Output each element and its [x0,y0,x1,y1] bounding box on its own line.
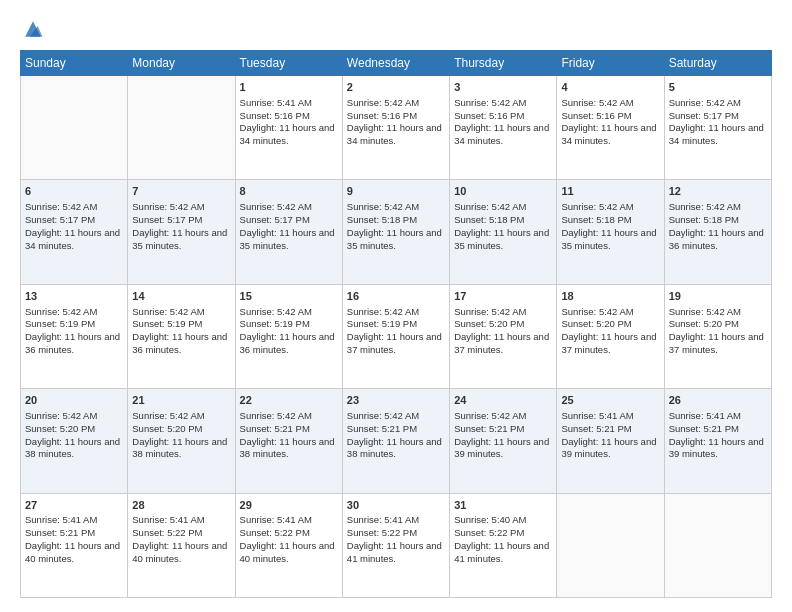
day-info: Sunset: 5:21 PM [669,423,767,436]
logo-icon [22,18,44,40]
day-info: Daylight: 11 hours and 34 minutes. [454,122,552,148]
day-number: 7 [132,184,230,199]
header-thursday: Thursday [450,51,557,76]
calendar-week-row: 13Sunrise: 5:42 AMSunset: 5:19 PMDayligh… [21,284,772,388]
day-number: 17 [454,289,552,304]
day-info: Daylight: 11 hours and 36 minutes. [669,227,767,253]
day-info: Daylight: 11 hours and 35 minutes. [132,227,230,253]
day-info: Daylight: 11 hours and 39 minutes. [454,436,552,462]
day-number: 24 [454,393,552,408]
calendar-cell: 21Sunrise: 5:42 AMSunset: 5:20 PMDayligh… [128,389,235,493]
day-info: Daylight: 11 hours and 41 minutes. [454,540,552,566]
day-info: Sunrise: 5:41 AM [25,514,123,527]
day-info: Daylight: 11 hours and 38 minutes. [132,436,230,462]
day-number: 25 [561,393,659,408]
day-number: 2 [347,80,445,95]
day-info: Sunset: 5:17 PM [240,214,338,227]
day-info: Sunrise: 5:42 AM [132,306,230,319]
calendar-cell: 20Sunrise: 5:42 AMSunset: 5:20 PMDayligh… [21,389,128,493]
day-info: Sunset: 5:18 PM [669,214,767,227]
day-info: Sunset: 5:16 PM [240,110,338,123]
day-info: Sunset: 5:19 PM [25,318,123,331]
day-info: Daylight: 11 hours and 36 minutes. [132,331,230,357]
calendar-cell: 28Sunrise: 5:41 AMSunset: 5:22 PMDayligh… [128,493,235,597]
header-friday: Friday [557,51,664,76]
day-info: Daylight: 11 hours and 34 minutes. [25,227,123,253]
day-info: Sunset: 5:22 PM [132,527,230,540]
day-info: Daylight: 11 hours and 38 minutes. [347,436,445,462]
day-info: Sunset: 5:21 PM [25,527,123,540]
day-info: Sunrise: 5:41 AM [132,514,230,527]
day-info: Sunset: 5:18 PM [561,214,659,227]
logo [20,18,50,40]
day-info: Sunset: 5:18 PM [347,214,445,227]
day-info: Sunset: 5:17 PM [132,214,230,227]
calendar-week-row: 27Sunrise: 5:41 AMSunset: 5:21 PMDayligh… [21,493,772,597]
day-info: Sunrise: 5:42 AM [669,201,767,214]
day-info: Sunrise: 5:42 AM [561,97,659,110]
day-info: Sunset: 5:21 PM [454,423,552,436]
weekday-header-row: Sunday Monday Tuesday Wednesday Thursday… [21,51,772,76]
day-number: 29 [240,498,338,513]
day-number: 15 [240,289,338,304]
day-info: Daylight: 11 hours and 37 minutes. [561,331,659,357]
day-info: Sunset: 5:17 PM [25,214,123,227]
calendar-cell: 9Sunrise: 5:42 AMSunset: 5:18 PMDaylight… [342,180,449,284]
day-number: 22 [240,393,338,408]
day-info: Sunset: 5:19 PM [132,318,230,331]
day-info: Daylight: 11 hours and 40 minutes. [240,540,338,566]
day-info: Daylight: 11 hours and 38 minutes. [240,436,338,462]
day-number: 6 [25,184,123,199]
day-info: Sunrise: 5:42 AM [669,306,767,319]
day-number: 18 [561,289,659,304]
calendar-cell [128,76,235,180]
day-number: 19 [669,289,767,304]
calendar-week-row: 20Sunrise: 5:42 AMSunset: 5:20 PMDayligh… [21,389,772,493]
day-info: Sunset: 5:20 PM [454,318,552,331]
day-info: Sunrise: 5:42 AM [25,410,123,423]
page: Sunday Monday Tuesday Wednesday Thursday… [0,0,792,612]
calendar-table: Sunday Monday Tuesday Wednesday Thursday… [20,50,772,598]
calendar-week-row: 1Sunrise: 5:41 AMSunset: 5:16 PMDaylight… [21,76,772,180]
day-info: Daylight: 11 hours and 35 minutes. [454,227,552,253]
calendar-cell: 5Sunrise: 5:42 AMSunset: 5:17 PMDaylight… [664,76,771,180]
calendar-cell: 25Sunrise: 5:41 AMSunset: 5:21 PMDayligh… [557,389,664,493]
calendar-cell [21,76,128,180]
day-info: Sunset: 5:16 PM [454,110,552,123]
day-number: 10 [454,184,552,199]
day-info: Sunset: 5:20 PM [669,318,767,331]
day-number: 28 [132,498,230,513]
calendar-cell: 3Sunrise: 5:42 AMSunset: 5:16 PMDaylight… [450,76,557,180]
day-info: Sunset: 5:22 PM [347,527,445,540]
day-number: 26 [669,393,767,408]
calendar-cell: 6Sunrise: 5:42 AMSunset: 5:17 PMDaylight… [21,180,128,284]
day-number: 27 [25,498,123,513]
calendar-cell: 13Sunrise: 5:42 AMSunset: 5:19 PMDayligh… [21,284,128,388]
day-info: Daylight: 11 hours and 36 minutes. [25,331,123,357]
day-info: Sunset: 5:21 PM [347,423,445,436]
calendar-cell: 10Sunrise: 5:42 AMSunset: 5:18 PMDayligh… [450,180,557,284]
day-info: Sunrise: 5:42 AM [347,410,445,423]
calendar-cell: 26Sunrise: 5:41 AMSunset: 5:21 PMDayligh… [664,389,771,493]
day-info: Sunrise: 5:42 AM [132,201,230,214]
day-number: 12 [669,184,767,199]
calendar-cell: 27Sunrise: 5:41 AMSunset: 5:21 PMDayligh… [21,493,128,597]
calendar-cell: 23Sunrise: 5:42 AMSunset: 5:21 PMDayligh… [342,389,449,493]
day-info: Daylight: 11 hours and 40 minutes. [25,540,123,566]
day-number: 3 [454,80,552,95]
calendar-cell: 19Sunrise: 5:42 AMSunset: 5:20 PMDayligh… [664,284,771,388]
day-info: Sunrise: 5:41 AM [240,514,338,527]
day-info: Sunset: 5:22 PM [240,527,338,540]
calendar-cell: 16Sunrise: 5:42 AMSunset: 5:19 PMDayligh… [342,284,449,388]
header [20,18,772,40]
day-number: 9 [347,184,445,199]
calendar-cell: 14Sunrise: 5:42 AMSunset: 5:19 PMDayligh… [128,284,235,388]
calendar-cell [557,493,664,597]
day-info: Sunrise: 5:42 AM [669,97,767,110]
day-info: Sunrise: 5:42 AM [454,97,552,110]
calendar-cell: 29Sunrise: 5:41 AMSunset: 5:22 PMDayligh… [235,493,342,597]
day-info: Sunrise: 5:42 AM [347,306,445,319]
day-info: Sunset: 5:21 PM [561,423,659,436]
header-saturday: Saturday [664,51,771,76]
calendar-cell: 7Sunrise: 5:42 AMSunset: 5:17 PMDaylight… [128,180,235,284]
